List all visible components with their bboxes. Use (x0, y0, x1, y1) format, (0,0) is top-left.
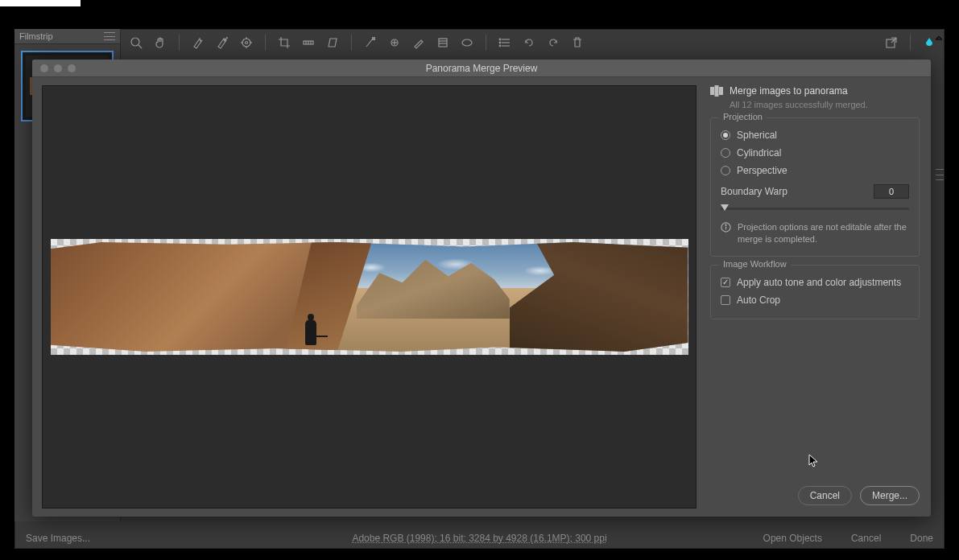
svg-point-25 (499, 39, 501, 40)
cancel-button[interactable]: Cancel (798, 486, 852, 505)
radio-icon (721, 166, 730, 175)
filmstrip-menu-icon[interactable] (104, 32, 115, 40)
filmstrip-header: Filmstrip (14, 29, 120, 44)
svg-point-34 (725, 224, 726, 225)
panorama-preview-image (51, 239, 688, 355)
save-images-link[interactable]: Save Images... (26, 533, 90, 544)
radio-icon (721, 148, 730, 158)
toolbar (129, 32, 936, 53)
merge-title: Merge images to panorama (730, 85, 848, 97)
radial-filter-tool-icon[interactable] (460, 35, 474, 50)
close-window-icon[interactable] (40, 64, 48, 72)
projection-heading: Projection (719, 112, 767, 121)
minimize-window-icon[interactable] (54, 64, 62, 72)
projection-info: Projection options are not editable afte… (721, 221, 909, 246)
adjustment-brush-tool-icon[interactable] (411, 35, 426, 50)
merge-button[interactable]: Merge... (860, 486, 920, 505)
crop-tool-icon[interactable] (277, 35, 291, 50)
image-info-link[interactable]: Adobe RGB (1998); 16 bit; 3284 by 4928 (… (352, 533, 606, 544)
checkbox-label: Apply auto tone and color adjustments (737, 277, 901, 288)
spot-removal-tool-icon[interactable] (363, 35, 378, 50)
graduated-filter-tool-icon[interactable] (436, 35, 450, 50)
panorama-merge-dialog: Panorama Merge Preview (32, 60, 931, 517)
merge-header: Merge images to panorama (710, 85, 920, 97)
svg-point-5 (246, 42, 248, 44)
checkbox-label: Auto Crop (737, 294, 780, 306)
svg-point-27 (499, 45, 501, 47)
boundary-warp-label: Boundary Warp (721, 186, 787, 197)
boundary-warp-input[interactable] (874, 184, 909, 199)
radio-label: Perspective (737, 165, 787, 176)
scroll-up-arrow-icon[interactable] (935, 33, 943, 41)
auto-crop-checkbox[interactable]: Auto Crop (721, 291, 909, 309)
dialog-titlebar[interactable]: Panorama Merge Preview (32, 60, 931, 77)
zoom-window-icon[interactable] (68, 64, 76, 72)
dialog-buttons: Cancel Merge... (710, 486, 920, 505)
bottom-cancel-button[interactable]: Cancel (851, 533, 881, 544)
color-sampler-tool-icon[interactable] (215, 35, 229, 50)
transform-tool-icon[interactable] (325, 35, 340, 50)
projection-section: Projection Spherical Cylindrical Perspec… (710, 117, 920, 257)
open-objects-button[interactable]: Open Objects (763, 533, 822, 544)
preview-canvas[interactable] (42, 85, 697, 509)
delete-icon[interactable] (570, 35, 585, 50)
workflow-section: Image Workflow Apply auto tone and color… (710, 265, 920, 319)
projection-info-text: Projection options are not editable afte… (738, 221, 909, 246)
checkbox-icon (721, 295, 730, 305)
photographer-silhouette (305, 319, 316, 345)
svg-point-21 (462, 39, 472, 46)
svg-point-4 (242, 39, 250, 47)
rotate-cw-icon[interactable] (546, 35, 560, 50)
white-balance-tool-icon[interactable] (191, 35, 205, 50)
hand-tool-icon[interactable] (153, 35, 167, 50)
list-view-icon[interactable] (498, 35, 512, 50)
straighten-tool-icon[interactable] (301, 35, 316, 50)
target-adjustment-tool-icon[interactable] (239, 35, 254, 50)
bottom-bar: Save Images... Adobe RGB (1998); 16 bit;… (26, 533, 933, 544)
svg-rect-30 (715, 85, 719, 97)
window-controls[interactable] (32, 64, 76, 72)
projection-spherical-radio[interactable]: Spherical (721, 126, 909, 144)
panorama-icon (710, 85, 723, 97)
preview-area (32, 77, 702, 517)
open-external-icon[interactable] (884, 35, 899, 50)
radio-label: Cylindrical (737, 147, 781, 159)
radio-label: Spherical (737, 130, 777, 141)
svg-point-0 (131, 38, 139, 46)
radio-icon (721, 130, 730, 140)
dialog-title: Panorama Merge Preview (32, 63, 931, 74)
done-button[interactable]: Done (910, 533, 933, 544)
info-icon (721, 222, 731, 233)
svg-rect-18 (439, 39, 447, 47)
filmstrip-title: Filmstrip (19, 31, 53, 41)
svg-point-26 (499, 42, 501, 43)
projection-cylindrical-radio[interactable]: Cylindrical (721, 144, 909, 162)
zoom-tool-icon[interactable] (129, 35, 143, 50)
svg-rect-31 (719, 87, 723, 95)
projection-perspective-radio[interactable]: Perspective (721, 162, 909, 179)
dialog-sidebar: Merge images to panorama All 12 images s… (702, 77, 931, 517)
slider-thumb-icon[interactable] (721, 204, 729, 211)
svg-rect-29 (710, 87, 714, 95)
checkbox-icon (721, 278, 730, 287)
boundary-warp-row: Boundary Warp (721, 184, 909, 199)
auto-tone-checkbox[interactable]: Apply auto tone and color adjustments (721, 274, 909, 291)
rotate-ccw-icon[interactable] (522, 35, 536, 50)
merge-status-text: All 12 images successfully merged. (730, 100, 920, 109)
svg-point-3 (227, 38, 228, 39)
right-panel-handle-icon[interactable] (936, 169, 944, 180)
boundary-warp-slider[interactable] (721, 204, 909, 213)
top-accent-bar (0, 0, 81, 6)
svg-line-1 (138, 45, 142, 48)
workflow-heading: Image Workflow (719, 259, 791, 269)
red-eye-tool-icon[interactable] (387, 35, 402, 50)
svg-point-2 (225, 39, 226, 40)
